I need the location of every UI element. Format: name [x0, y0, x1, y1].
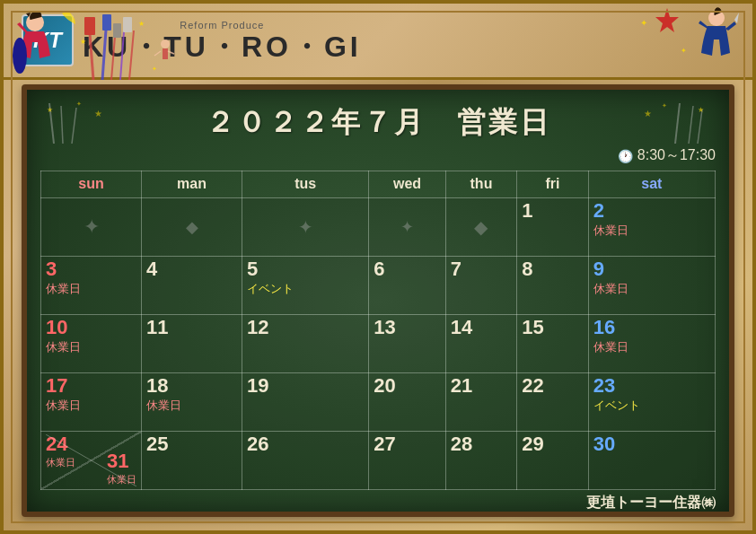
cell-empty: ✦: [369, 198, 445, 257]
company-text: 更埴トーヨー住器㈱: [586, 495, 716, 510]
date-15: 15: [522, 316, 543, 338]
svg-text:★: ★: [138, 20, 145, 28]
date-26: 26: [247, 433, 268, 455]
header-bar: KT Reform Produce KU・TU・RO・GI: [4, 4, 752, 80]
date-1: 1: [522, 199, 532, 222]
svg-rect-13: [113, 23, 121, 38]
calendar-body: ✦ ◆ ✦ ✦ ◆ 1 2 休業日: [41, 198, 716, 490]
cell-18: 18 休業日: [142, 373, 242, 432]
th-sat: sat: [588, 171, 715, 198]
cell-8: 8: [517, 257, 589, 315]
table-row: 24 休業日 31 休業日: [41, 432, 716, 490]
label-18: 休業日: [146, 398, 237, 414]
cell-6: 6: [369, 257, 445, 315]
date-6: 6: [374, 258, 384, 280]
th-fri: fri: [517, 171, 589, 198]
date-16: 16: [593, 316, 615, 338]
date-7: 7: [451, 258, 462, 280]
svg-rect-12: [102, 14, 111, 31]
cell-sat-23: 23 イベント: [588, 373, 715, 432]
th-man: man: [142, 171, 242, 198]
date-30: 30: [593, 433, 615, 455]
date-29: 29: [522, 433, 543, 455]
cell-sat-9: 9 休業日: [588, 257, 715, 315]
split-cell-inner: 24 休業日 31 休業日: [46, 434, 136, 486]
cell-empty: ◆: [142, 198, 242, 257]
cell-22: 22: [517, 373, 589, 432]
cell-4: 4: [142, 257, 242, 315]
cell-15: 15: [517, 315, 589, 373]
calendar-table: sun man tus wed thu fri sat ✦ ◆ ✦: [40, 171, 716, 490]
cell-30: 30: [588, 432, 715, 490]
label-17: 休業日: [46, 398, 136, 414]
date-5: 5: [247, 258, 258, 280]
label-2: 休業日: [593, 223, 710, 239]
date-14: 14: [451, 316, 472, 338]
cell-26: 26: [242, 432, 369, 490]
date-23: 23: [593, 374, 615, 397]
svg-line-18: [168, 51, 174, 54]
svg-text:★: ★: [80, 38, 86, 46]
th-sun: sun: [41, 171, 142, 198]
date-4: 4: [146, 258, 157, 280]
date-27: 27: [374, 433, 395, 455]
calendar-header: sun man tus wed thu fri sat: [41, 171, 716, 198]
cell-29: 29: [517, 432, 589, 490]
wood-frame: KT Reform Produce KU・TU・RO・GI: [0, 0, 756, 534]
right-character-svg: ✦ ✦: [640, 4, 739, 75]
date-3: 3: [46, 258, 57, 280]
chalkboard: ★ ✦ ★ ★ ✦ ★ ２０２２年７月 営業日 🕐: [22, 84, 734, 517]
svg-text:✦: ✦: [681, 47, 687, 55]
svg-line-10: [129, 31, 134, 80]
date-19: 19: [247, 374, 268, 397]
cell-21: 21: [445, 373, 517, 432]
date-13: 13: [374, 316, 395, 338]
date-22: 22: [522, 374, 543, 397]
calendar-month: ２０２２年７月 営業日: [206, 103, 551, 143]
cell-28: 28: [445, 432, 517, 490]
label-16: 休業日: [593, 339, 710, 355]
cell-5: 5 イベント: [242, 257, 369, 315]
date-8: 8: [522, 258, 532, 280]
svg-marker-3: [655, 8, 679, 32]
diagonal-divider: [46, 434, 136, 486]
svg-text:✦: ✦: [152, 66, 157, 72]
table-row: 10 休業日 11 12 13 14: [41, 315, 716, 373]
cell-25: 25: [142, 432, 242, 490]
plants-svg: ★ ★ ✦: [75, 13, 183, 80]
cell-sun-10: 10 休業日: [41, 315, 142, 373]
left-character-svg: [13, 6, 84, 78]
cell-empty: ✦: [41, 198, 142, 257]
svg-line-17: [154, 51, 161, 56]
deco-right-character: ✦ ✦: [640, 4, 748, 80]
cell-sun-17: 17 休業日: [41, 373, 142, 432]
label-10: 休業日: [46, 339, 136, 355]
date-28: 28: [451, 433, 472, 455]
table-row: ✦ ◆ ✦ ✦ ◆ 1 2 休業日: [41, 198, 716, 257]
date-11: 11: [146, 316, 168, 338]
svg-line-34: [46, 434, 136, 486]
date-20: 20: [374, 374, 395, 397]
date-17: 17: [46, 374, 67, 397]
cell-19: 19: [242, 373, 369, 432]
header-plants: ★ ★ ✦: [75, 13, 183, 83]
svg-rect-14: [123, 17, 132, 32]
cell-12: 12: [242, 315, 369, 373]
cell-20: 20: [369, 373, 445, 432]
cell-14: 14: [445, 315, 517, 373]
calendar-hours: 🕐 8:30～17:30: [40, 146, 716, 165]
date-2: 2: [593, 199, 604, 222]
table-row: 3 休業日 4 5 イベント 6: [41, 257, 716, 315]
date-9: 9: [593, 258, 604, 280]
svg-rect-11: [84, 17, 95, 35]
cell-sat-2: 2 休業日: [588, 198, 715, 257]
brand-subtitle: Reform Produce: [180, 20, 264, 31]
calendar-title: ２０２２年７月 営業日: [40, 103, 716, 143]
cell-empty: ◆: [445, 198, 517, 257]
label-5: イベント: [247, 281, 364, 297]
th-wed: wed: [369, 171, 445, 198]
svg-point-15: [161, 39, 170, 48]
cell-sat-16: 16 休業日: [588, 315, 715, 373]
date-21: 21: [451, 374, 472, 397]
svg-point-1: [13, 38, 27, 74]
